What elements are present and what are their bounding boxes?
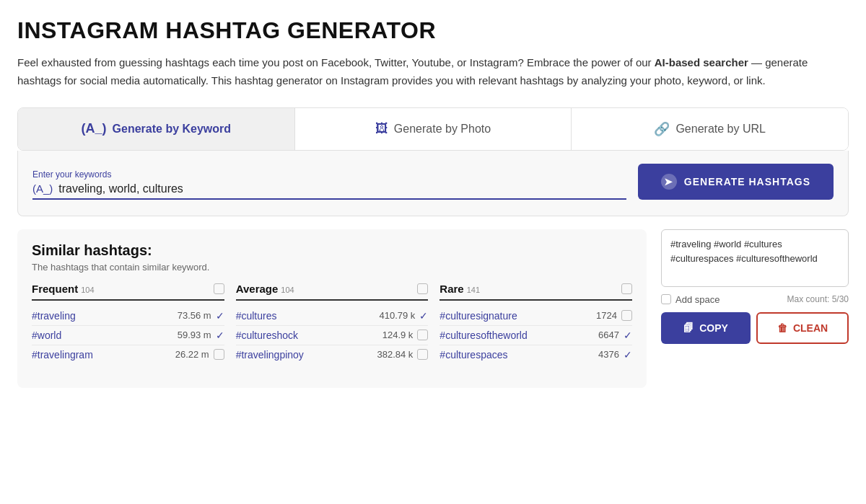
list-item: #culturesignature 1724	[439, 306, 632, 326]
travelingpinoy-right: 382.84 k	[377, 349, 428, 360]
rare-count: 141	[467, 286, 480, 294]
hashtag-culturesignature[interactable]: #culturesignature	[439, 310, 517, 322]
hashtag-travelingpinoy[interactable]: #travelingpinoy	[236, 349, 304, 361]
hashtag-world[interactable]: #world	[32, 330, 61, 341]
sidebar-options: Add space Max count: 5/30	[661, 294, 849, 305]
columns-row: Frequent 104 #traveling 73.56 m ✓ #wor	[32, 283, 632, 364]
travelingram-right: 26.22 m	[175, 349, 224, 360]
photo-icon: 🖼	[375, 121, 388, 136]
hashtag-culturesoftheworld[interactable]: #culturesoftheworld	[439, 330, 527, 341]
tab-url-label: Generate by URL	[675, 123, 766, 136]
cultureshock-checkbox[interactable]	[417, 330, 428, 340]
input-prefix-icon: (A_)	[32, 182, 53, 195]
list-item: #culturesoftheworld 6647 ✓	[439, 326, 632, 345]
add-space-row: Add space	[661, 294, 720, 305]
rare-header: Rare 141	[439, 283, 632, 301]
culturesoftheworld-right: 6647 ✓	[598, 330, 632, 341]
tab-keyword[interactable]: (A_) Generate by Keyword	[18, 108, 295, 150]
culturesignature-right: 1724	[596, 310, 632, 321]
list-item: #world 59.93 m ✓	[32, 326, 224, 345]
keyword-icon: (A_)	[82, 121, 107, 136]
hashtag-output: #traveling #world #cultures #culturespac…	[661, 229, 849, 287]
action-buttons: 🗐 COPY 🗑 CLEAN	[661, 312, 849, 344]
average-label: Average	[236, 283, 279, 295]
travelingram-checkbox[interactable]	[214, 349, 224, 360]
cultures-check[interactable]: ✓	[419, 310, 428, 322]
average-count: 104	[281, 286, 294, 294]
cultures-count: 410.79 k	[379, 310, 415, 321]
clean-label: CLEAN	[793, 322, 828, 334]
keyword-input-wrap: Enter your keywords (A_)	[32, 169, 626, 200]
culturespaces-count: 4376	[598, 349, 619, 360]
clean-icon: 🗑	[777, 322, 787, 334]
rare-header-left: Rare 141	[439, 283, 480, 295]
hashtags-panel: Similar hashtags: The hashtags that cont…	[17, 229, 647, 388]
page-description: Feel exhausted from guessing hashtags ea…	[17, 54, 847, 90]
list-item: #travelingpinoy 382.84 k	[236, 345, 429, 364]
traveling-count: 73.56 m	[178, 310, 211, 321]
frequent-select-all[interactable]	[214, 283, 224, 294]
add-space-checkbox[interactable]	[661, 294, 671, 304]
rare-select-all[interactable]	[621, 283, 632, 294]
frequent-count: 104	[81, 286, 94, 294]
world-check[interactable]: ✓	[216, 330, 224, 341]
culturesoftheworld-check[interactable]: ✓	[624, 330, 632, 341]
list-item: #cultureshock 124.9 k	[236, 326, 429, 345]
hashtag-cultures[interactable]: #cultures	[236, 310, 277, 322]
generate-btn-label: GENERATE HASHTAGS	[684, 176, 810, 187]
traveling-right: 73.56 m ✓	[178, 310, 224, 322]
add-space-label: Add space	[675, 294, 720, 305]
tab-url[interactable]: 🔗 Generate by URL	[572, 108, 848, 150]
url-icon: 🔗	[654, 121, 670, 137]
similar-title: Similar hashtags:	[32, 242, 632, 259]
frequent-header: Frequent 104	[32, 283, 224, 301]
generate-arrow-icon: ➤	[661, 174, 677, 190]
culturespaces-right: 4376 ✓	[598, 349, 632, 361]
keyword-input-row: (A_)	[32, 182, 626, 200]
tab-photo[interactable]: 🖼 Generate by Photo	[295, 108, 572, 150]
average-header-left: Average 104	[236, 283, 294, 295]
traveling-check[interactable]: ✓	[216, 310, 224, 322]
culturesoftheworld-count: 6647	[598, 330, 619, 340]
hashtag-travelingram[interactable]: #travelingram	[32, 349, 93, 361]
average-column: Average 104 #cultures 410.79 k ✓ #cult	[236, 283, 440, 364]
frequent-header-left: Frequent 104	[32, 283, 95, 295]
average-header: Average 104	[236, 283, 429, 301]
culturespaces-check[interactable]: ✓	[624, 349, 632, 361]
list-item: #cultures 410.79 k ✓	[236, 306, 429, 326]
list-item: #traveling 73.56 m ✓	[32, 306, 224, 326]
input-section: Enter your keywords (A_) ➤ GENERATE HASH…	[17, 151, 849, 216]
keyword-input[interactable]	[58, 182, 626, 195]
culturesignature-count: 1724	[596, 310, 617, 321]
hashtag-cultureshock[interactable]: #cultureshock	[236, 330, 298, 341]
cultureshock-count: 124.9 k	[382, 330, 414, 340]
hashtag-traveling[interactable]: #traveling	[32, 310, 76, 322]
world-right: 59.93 m ✓	[178, 330, 224, 341]
copy-label: COPY	[699, 322, 728, 334]
tab-keyword-label: Generate by Keyword	[113, 123, 232, 136]
frequent-column: Frequent 104 #traveling 73.56 m ✓ #wor	[32, 283, 236, 364]
clean-button[interactable]: 🗑 CLEAN	[756, 312, 849, 344]
similar-subtitle: The hashtags that contain similar keywor…	[32, 262, 632, 273]
bottom-section: Similar hashtags: The hashtags that cont…	[17, 229, 849, 388]
copy-button[interactable]: 🗐 COPY	[661, 312, 751, 344]
culturesignature-checkbox[interactable]	[621, 310, 632, 321]
list-item: #travelingram 26.22 m	[32, 345, 224, 364]
copy-icon: 🗐	[683, 322, 694, 334]
travelingpinoy-count: 382.84 k	[377, 349, 413, 360]
tab-photo-label: Generate by Photo	[394, 123, 491, 136]
travelingram-count: 26.22 m	[175, 349, 209, 360]
average-select-all[interactable]	[417, 283, 428, 294]
hashtag-culturespaces[interactable]: #culturespaces	[439, 349, 507, 361]
generate-hashtags-button[interactable]: ➤ GENERATE HASHTAGS	[638, 164, 834, 200]
tabs-container: (A_) Generate by Keyword 🖼 Generate by P…	[17, 107, 849, 151]
keyword-label: Enter your keywords	[32, 169, 626, 180]
list-item: #culturespaces 4376 ✓	[439, 345, 632, 364]
cultureshock-right: 124.9 k	[382, 330, 429, 340]
frequent-label: Frequent	[32, 283, 78, 295]
travelingpinoy-checkbox[interactable]	[417, 349, 428, 360]
rare-column: Rare 141 #culturesignature 1724 #cult	[439, 283, 632, 364]
max-count-label: Max count: 5/30	[787, 294, 849, 304]
sidebar-panel: #traveling #world #cultures #culturespac…	[661, 229, 849, 344]
cultures-right: 410.79 k ✓	[379, 310, 428, 322]
